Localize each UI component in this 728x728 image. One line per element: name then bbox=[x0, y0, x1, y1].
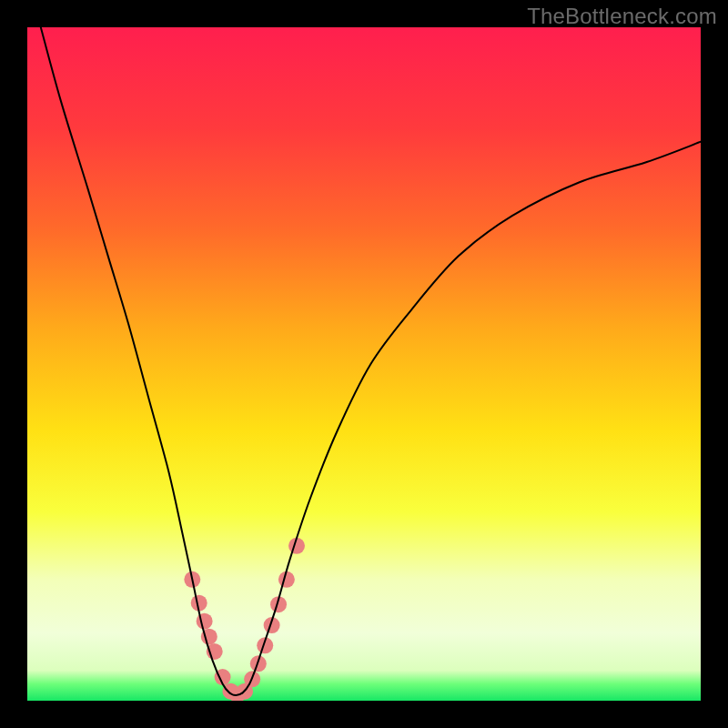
watermark-text: TheBottleneck.com bbox=[527, 4, 717, 29]
chart-svg bbox=[27, 27, 701, 701]
gradient-background bbox=[27, 27, 701, 701]
data-point bbox=[197, 613, 213, 630]
plot-area bbox=[27, 27, 701, 701]
chart-frame: TheBottleneck.com bbox=[0, 0, 728, 728]
